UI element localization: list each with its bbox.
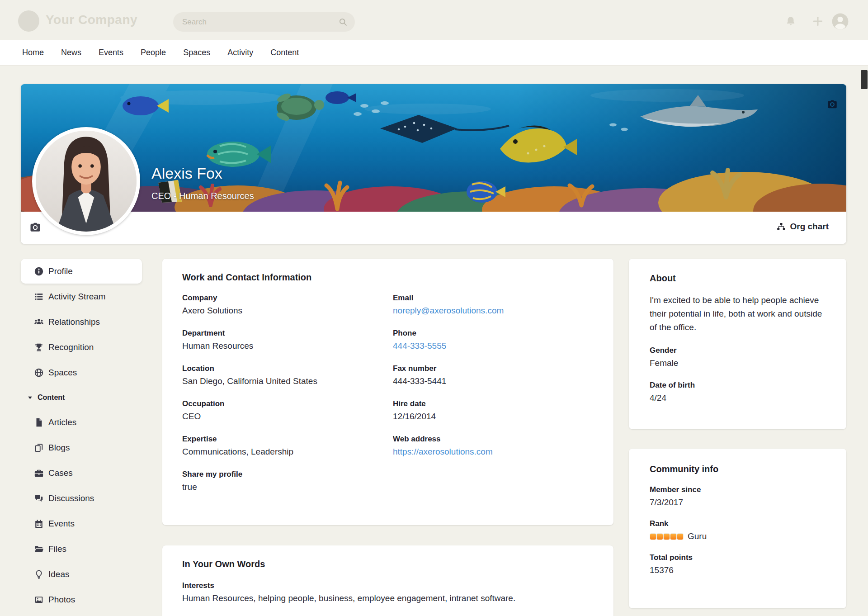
phone-link[interactable]: 444-333-5555 bbox=[393, 340, 594, 352]
nav-events[interactable]: Events bbox=[99, 48, 123, 57]
profile-avatar[interactable] bbox=[32, 127, 140, 235]
notifications-bell-icon[interactable] bbox=[785, 15, 797, 27]
sidebar-label: Activity Stream bbox=[48, 292, 106, 302]
rank-star-icon bbox=[664, 534, 670, 540]
trophy-icon bbox=[34, 342, 44, 352]
sidebar-item-activity-stream[interactable]: Activity Stream bbox=[21, 284, 142, 309]
web-address-link[interactable]: https://axerosolutions.com bbox=[393, 446, 594, 458]
sidebar-label: Articles bbox=[48, 417, 76, 427]
sidebar-label: Files bbox=[48, 544, 66, 554]
field-value: Human Resources, helping people, busines… bbox=[182, 592, 594, 604]
page-scrollbar-thumb[interactable] bbox=[861, 70, 868, 89]
sidebar-item-spaces[interactable]: Spaces bbox=[21, 360, 142, 385]
sidebar-label: Spaces bbox=[48, 368, 77, 378]
field-interests: Interests Human Resources, helping peopl… bbox=[182, 581, 594, 604]
field-label: Location bbox=[182, 364, 393, 373]
avatar-camera-icon[interactable] bbox=[29, 221, 42, 234]
field-department: Department Human Resources bbox=[182, 329, 393, 352]
field-company: Company Axero Solutions bbox=[182, 294, 393, 317]
rank-badge-icons bbox=[650, 533, 684, 540]
field-label: Phone bbox=[393, 329, 594, 338]
sidebar-label: Blogs bbox=[48, 443, 70, 453]
sidebar-item-articles[interactable]: Articles bbox=[21, 410, 142, 435]
field-fax: Fax number 444-333-5441 bbox=[393, 364, 594, 387]
nav-activity[interactable]: Activity bbox=[227, 48, 253, 57]
lightbulb-icon bbox=[34, 569, 44, 579]
sidebar-label: Discussions bbox=[48, 493, 94, 503]
field-total-points: Total points 15376 bbox=[650, 553, 826, 576]
sidebar-item-relationships[interactable]: Relationships bbox=[21, 309, 142, 335]
cover-photo bbox=[21, 84, 846, 212]
org-chart-button[interactable]: Org chart bbox=[777, 222, 829, 232]
nav-spaces[interactable]: Spaces bbox=[183, 48, 210, 57]
profile-name: Alexis Fox bbox=[151, 165, 222, 182]
folder-open-icon bbox=[34, 544, 44, 554]
field-value: 444-333-5441 bbox=[393, 375, 594, 387]
field-value: San Diego, California United States bbox=[182, 375, 393, 387]
field-location: Location San Diego, California United St… bbox=[182, 364, 393, 387]
sidebar-item-files[interactable]: Files bbox=[21, 536, 142, 562]
profile-job-title: CEO - Human Resources bbox=[151, 191, 254, 201]
field-value: Female bbox=[650, 357, 826, 369]
about-card-title: About bbox=[650, 273, 826, 284]
rank-star-icon bbox=[650, 534, 656, 540]
info-icon bbox=[34, 266, 44, 276]
profile-page: Your Company Home News Events People Spa… bbox=[0, 0, 868, 616]
search-input[interactable] bbox=[173, 12, 355, 32]
sidebar-item-events[interactable]: Events bbox=[21, 511, 142, 536]
field-value: 12/16/2014 bbox=[393, 411, 594, 422]
sidebar-item-discussions[interactable]: Discussions bbox=[21, 486, 142, 511]
about-card: About I'm excited to be able to help peo… bbox=[629, 259, 846, 429]
field-rank: Rank Guru bbox=[650, 519, 826, 542]
nav-home[interactable]: Home bbox=[22, 48, 44, 57]
globe-icon bbox=[34, 368, 44, 378]
field-phone: Phone 444-333-5555 bbox=[393, 329, 594, 352]
account-avatar-icon[interactable] bbox=[830, 12, 850, 31]
own-words-card: In Your Own Words Interests Human Resour… bbox=[162, 545, 613, 616]
field-label: Interests bbox=[182, 581, 594, 590]
profile-action-bar: Org chart bbox=[21, 212, 846, 244]
field-value: 4/24 bbox=[650, 392, 826, 404]
sidebar-item-blogs[interactable]: Blogs bbox=[21, 435, 142, 460]
section-label: Content bbox=[38, 393, 65, 402]
main-nav: Home News Events People Spaces Activity … bbox=[0, 40, 868, 66]
field-value: true bbox=[182, 481, 393, 493]
field-label: Email bbox=[393, 294, 594, 303]
email-link[interactable]: noreply@axerosolutions.com bbox=[393, 305, 594, 317]
community-info-card: Community info Member since 7/3/2017 Ran… bbox=[629, 449, 846, 608]
nav-people[interactable]: People bbox=[141, 48, 166, 57]
create-plus-icon[interactable] bbox=[811, 14, 825, 28]
rank-star-icon bbox=[670, 534, 676, 540]
sidebar-section-content[interactable]: Content bbox=[21, 385, 142, 410]
field-label: Gender bbox=[650, 346, 826, 355]
calendar-icon bbox=[34, 519, 44, 529]
rank-value: Guru bbox=[688, 531, 707, 542]
field-label: Total points bbox=[650, 553, 826, 562]
field-share-profile: Share my profile true bbox=[182, 470, 393, 493]
nav-content[interactable]: Content bbox=[270, 48, 299, 57]
sidebar-label: Ideas bbox=[48, 569, 69, 579]
rank-star-icon bbox=[657, 534, 663, 540]
nav-news[interactable]: News bbox=[61, 48, 81, 57]
sidebar-label: Cases bbox=[48, 468, 73, 478]
sidebar-label: Recognition bbox=[48, 342, 94, 352]
field-value: 15376 bbox=[650, 564, 826, 576]
sidebar-item-ideas[interactable]: Ideas bbox=[21, 562, 142, 587]
sidebar-item-recognition[interactable]: Recognition bbox=[21, 335, 142, 360]
field-label: Expertise bbox=[182, 435, 393, 444]
field-value: Communications, Leadership bbox=[182, 446, 393, 458]
field-label: Hire date bbox=[393, 399, 594, 408]
company-logo[interactable] bbox=[18, 10, 39, 32]
company-name: Your Company bbox=[46, 13, 137, 27]
sidebar-item-photos[interactable]: Photos bbox=[21, 587, 142, 612]
field-occupation: Occupation CEO bbox=[182, 399, 393, 422]
caret-down-icon bbox=[27, 395, 33, 401]
sidebar-item-profile[interactable]: Profile bbox=[21, 259, 142, 284]
field-expertise: Expertise Communications, Leadership bbox=[182, 435, 393, 458]
top-bar: Your Company bbox=[0, 0, 868, 40]
cover-camera-icon[interactable] bbox=[826, 99, 838, 110]
field-value: Axero Solutions bbox=[182, 305, 393, 317]
profile-sidebar: Profile Activity Stream Relationships Re… bbox=[21, 259, 142, 612]
sidebar-item-cases[interactable]: Cases bbox=[21, 460, 142, 486]
search-icon[interactable] bbox=[338, 17, 348, 27]
